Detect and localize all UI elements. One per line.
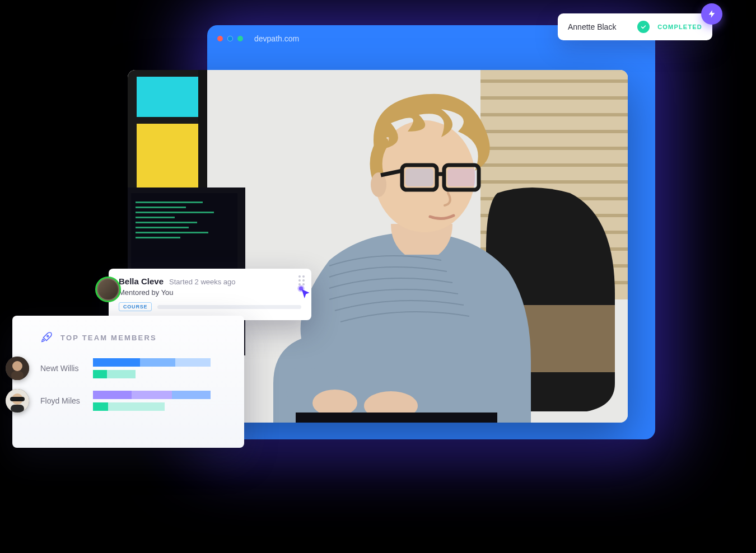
- svg-rect-15: [136, 237, 180, 238]
- rocket-icon: [40, 331, 53, 344]
- svg-rect-8: [136, 201, 203, 203]
- member-row: Newt Willis: [40, 358, 227, 378]
- svg-rect-2: [137, 77, 198, 117]
- svg-point-44: [47, 335, 49, 337]
- svg-rect-40: [405, 168, 433, 186]
- check-circle-icon: [637, 21, 650, 33]
- mentee-progress-bar: [157, 305, 301, 309]
- svg-rect-10: [136, 212, 214, 213]
- member-row: Floyd Miles: [40, 391, 227, 411]
- svg-point-46: [12, 361, 22, 371]
- completion-user-name: Annette Black: [568, 22, 629, 31]
- svg-rect-11: [136, 217, 175, 218]
- svg-rect-51: [11, 405, 24, 413]
- course-chip: COURSE: [119, 302, 152, 311]
- mentee-started-label: Started 2 weeks ago: [169, 278, 236, 286]
- window-close-icon[interactable]: [217, 36, 223, 41]
- svg-point-31: [312, 390, 357, 416]
- member-avatar: [6, 389, 29, 413]
- window-maximize-icon[interactable]: [237, 36, 243, 41]
- svg-rect-13: [136, 227, 189, 228]
- cursor-pointer-icon: [297, 284, 314, 301]
- svg-rect-12: [136, 222, 197, 223]
- member-avatar: [6, 357, 29, 380]
- svg-rect-47: [11, 371, 24, 380]
- member-name: Floyd Miles: [40, 396, 84, 405]
- member-bars: [93, 391, 227, 411]
- mentee-subtitle: Mentored by You: [119, 288, 301, 297]
- completion-toast: Annette Black COMPLETED: [558, 13, 712, 40]
- address-bar-url[interactable]: devpath.com: [254, 34, 299, 43]
- completion-status-label: COMPLETED: [657, 24, 702, 30]
- team-panel-title: TOP TEAM MEMBERS: [60, 334, 157, 342]
- bolt-badge-icon: [701, 3, 722, 25]
- top-team-members-panel: TOP TEAM MEMBERS Newt Willis Floyd Miles: [12, 316, 244, 448]
- svg-rect-9: [136, 207, 186, 208]
- member-bars: [93, 358, 227, 378]
- window-minimize-icon[interactable]: [227, 36, 233, 41]
- mentee-card[interactable]: Bella Cleve Started 2 weeks ago Mentored…: [109, 269, 311, 320]
- svg-rect-14: [136, 232, 208, 233]
- member-name: Newt Willis: [40, 364, 84, 373]
- mentee-avatar: [95, 276, 121, 302]
- svg-rect-50: [10, 397, 25, 401]
- svg-rect-41: [447, 168, 475, 186]
- mentee-name: Bella Cleve: [119, 276, 164, 286]
- svg-rect-33: [296, 413, 497, 423]
